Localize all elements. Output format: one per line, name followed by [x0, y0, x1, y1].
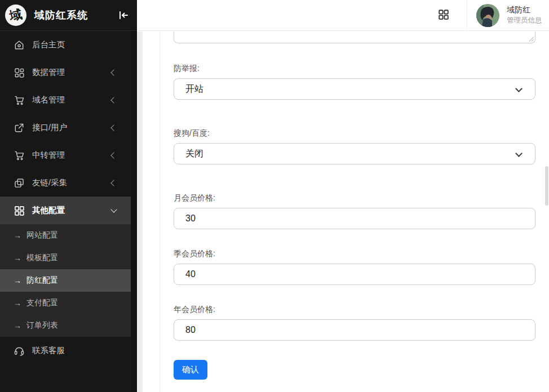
- confirm-button[interactable]: 确认: [174, 360, 207, 380]
- sidebar-item-label: 联系客服: [32, 345, 65, 356]
- cart-icon: [14, 95, 25, 106]
- anti-report-select[interactable]: 开站: [174, 78, 535, 100]
- sidebar-submenu: → 网站配置 → 模板配置 → 防红配置 → 支付配置 → 订单列表: [0, 224, 131, 337]
- chevron-down-icon: [515, 85, 523, 92]
- form-group-yearly-price: 年会员价格:: [174, 305, 535, 341]
- share-icon: [14, 122, 25, 133]
- sidebar-item-label: 域名管理: [32, 95, 65, 105]
- sidebar-item-label: 其他配置: [32, 205, 65, 216]
- submenu-item-label: 支付配置: [26, 298, 58, 308]
- anti-red-config-form: 防举报: 开站 搜狗/百度: 关闭 月会员价格: 季会员价格: 年会员价格:: [174, 32, 535, 392]
- chevron-left-icon: [110, 152, 117, 158]
- home-icon: [14, 39, 25, 51]
- submenu-item-site-config[interactable]: → 网站配置: [0, 224, 131, 247]
- logo-glyph: 域: [8, 6, 24, 25]
- submenu-item-label: 网站配置: [26, 230, 58, 240]
- topbar-divider: [467, 0, 467, 30]
- yearly-price-input[interactable]: [174, 319, 535, 341]
- sidebar-item-label: 数据管理: [32, 67, 65, 78]
- selected-option: 关闭: [185, 148, 203, 160]
- submenu-item-anti-red-config[interactable]: → 防红配置: [0, 269, 131, 292]
- grid-icon: [14, 67, 25, 78]
- sidebar-item-links[interactable]: 友链/采集: [0, 169, 131, 197]
- submenu-item-label: 订单列表: [26, 320, 58, 331]
- monthly-price-input[interactable]: [174, 208, 535, 229]
- form-group-monthly-price: 月会员价格:: [174, 194, 535, 229]
- form-group-sogou-baidu: 搜狗/百度: 关闭: [174, 129, 535, 164]
- sidebar-collapse-icon[interactable]: [118, 10, 129, 21]
- field-label: 季会员价格:: [174, 250, 535, 257]
- submenu-item-label: 模板配置: [26, 253, 58, 263]
- chevron-left-icon: [110, 69, 117, 75]
- sidebar-item-label: 接口/用户: [32, 122, 67, 133]
- user-info[interactable]: 域防红 管理员信息: [507, 5, 542, 24]
- chevron-down-icon: [110, 206, 117, 212]
- sidebar-item-domain[interactable]: 域名管理: [0, 86, 131, 114]
- submenu-item-label: 防红配置: [26, 275, 58, 286]
- field-label: 年会员价格:: [174, 305, 535, 313]
- sidebar: 域 域防红系统 后台主页 数据管理: [0, 0, 137, 392]
- sidebar-scroll-track[interactable]: [131, 31, 137, 392]
- selected-option: 开站: [185, 83, 203, 95]
- sidebar-item-data[interactable]: 数据管理: [0, 59, 131, 86]
- arrow-right-icon: →: [14, 276, 21, 285]
- sidebar-item-label: 中转管理: [32, 150, 65, 161]
- sidebar-item-api-user[interactable]: 接口/用户: [0, 114, 131, 141]
- form-group-anti-report: 防举报: 开站: [174, 64, 535, 100]
- chevron-left-icon: [110, 124, 117, 131]
- sidebar-item-label: 友链/采集: [32, 177, 67, 188]
- sidebar-item-support[interactable]: 联系客服: [0, 337, 131, 364]
- field-label: 月会员价格:: [174, 194, 535, 202]
- submenu-item-template-config[interactable]: → 模板配置: [0, 247, 131, 269]
- sidebar-header: 域 域防红系统: [0, 0, 137, 31]
- form-group-quarterly-price: 季会员价格:: [174, 250, 535, 285]
- user-name: 域防红: [507, 5, 542, 14]
- chevron-down-icon: [515, 150, 523, 157]
- avatar[interactable]: [476, 4, 499, 27]
- arrow-right-icon: →: [14, 299, 21, 308]
- headset-icon: [14, 345, 25, 357]
- sidebar-item-home[interactable]: 后台主页: [0, 31, 131, 59]
- grid-icon: [14, 205, 25, 216]
- app-logo: 域: [5, 5, 26, 26]
- cart-icon: [14, 150, 25, 161]
- sidebar-item-other-config[interactable]: 其他配置: [0, 197, 131, 224]
- config-textarea[interactable]: [174, 32, 535, 43]
- arrow-right-icon: →: [14, 231, 21, 240]
- vertical-scrollbar[interactable]: [545, 166, 548, 206]
- app-title: 域防红系统: [34, 8, 88, 22]
- resize-handle-icon[interactable]: [528, 36, 534, 42]
- arrow-right-icon: →: [14, 321, 21, 330]
- sidebar-gutter: [137, 32, 143, 392]
- apps-grid-icon[interactable]: [437, 8, 450, 21]
- content-left-border: [160, 32, 160, 392]
- sogou-baidu-select[interactable]: 关闭: [174, 143, 535, 164]
- chevron-left-icon: [110, 180, 117, 186]
- topbar: 域防红 管理员信息: [137, 0, 549, 31]
- arrow-right-icon: →: [14, 253, 21, 262]
- quarterly-price-input[interactable]: [174, 264, 535, 285]
- user-role: 管理员信息: [507, 16, 542, 24]
- field-label: 搜狗/百度:: [174, 129, 535, 137]
- submenu-item-order-list[interactable]: → 订单列表: [0, 314, 131, 337]
- submenu-item-payment-config[interactable]: → 支付配置: [0, 292, 131, 314]
- main-content: 防举报: 开站 搜狗/百度: 关闭 月会员价格: 季会员价格: 年会员价格:: [137, 32, 549, 392]
- field-label: 防举报:: [174, 64, 535, 72]
- sidebar-item-transit[interactable]: 中转管理: [0, 141, 131, 169]
- copy-icon: [14, 177, 25, 189]
- sidebar-item-label: 后台主页: [32, 39, 65, 50]
- sidebar-menu: 后台主页 数据管理 域名管理: [0, 31, 131, 364]
- chevron-left-icon: [110, 97, 117, 103]
